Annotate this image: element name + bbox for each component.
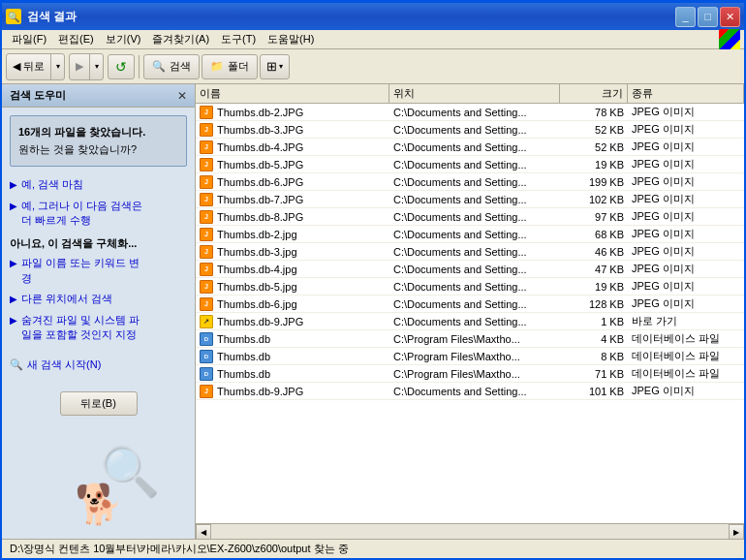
table-row[interactable]: J Thumbs.db-2.JPG C:\Documents and Setti… [196, 104, 744, 121]
table-row[interactable]: D Thumbs.db C:\Program Files\Maxtho... 7… [196, 365, 744, 383]
action-label-4: 숨겨진 파일 및 시스템 파일을 포함할 것인지 지정 [21, 313, 140, 343]
scroll-left-button[interactable]: ◀ [196, 524, 211, 539]
file-name: Thumbs.db-3.jpg [217, 246, 297, 258]
file-name: Thumbs.db-2.jpg [217, 229, 297, 240]
menu-view[interactable]: 보기(V) [100, 30, 147, 48]
action-link-3[interactable]: ▶ 다른 위치에서 검색 [10, 289, 187, 309]
jpg-icon: J [200, 297, 213, 311]
search-new-icon: 🔍 [10, 358, 23, 372]
action-link-2[interactable]: ▶ 파일 이름 또는 키워드 변경 [10, 253, 187, 289]
jpg-icon: J [200, 210, 213, 224]
menu-help[interactable]: 도움말(H) [262, 30, 320, 48]
menu-tools[interactable]: 도구(T) [215, 30, 262, 48]
view-button[interactable]: ⊞ ▾ [260, 54, 290, 79]
search-button[interactable]: 🔍 검색 [143, 54, 200, 79]
back-arrow-icon: ◀ [13, 60, 20, 73]
file-location-cell: C:\Documents and Setting... [389, 141, 560, 153]
file-name-cell: J Thumbs.db-2.JPG [196, 106, 389, 119]
file-name-cell: D Thumbs.db [196, 350, 389, 363]
col-header-size[interactable]: 크기 [560, 84, 628, 103]
table-row[interactable]: D Thumbs.db C:\Program Files\Maxtho... 8… [196, 348, 744, 365]
file-name-cell: J Thumbs.db-3.JPG [196, 123, 389, 137]
close-button[interactable]: ✕ [720, 7, 740, 27]
forward-dropdown[interactable]: ▾ [89, 54, 103, 79]
file-type-cell: JPEG 이미지 [628, 157, 744, 171]
table-row[interactable]: J Thumbs.db-3.JPG C:\Documents and Setti… [196, 121, 744, 139]
file-location-cell: C:\Documents and Setting... [389, 159, 560, 171]
horizontal-scrollbar[interactable]: ◀ ▶ [196, 523, 744, 539]
menu-bar: 파일(F) 편집(E) 보기(V) 즐겨찾기(A) 도구(T) 도움말(H) [2, 30, 744, 49]
file-list-header: 이름 위치 크기 종류 [196, 84, 744, 104]
file-size-cell: 128 KB [560, 298, 628, 310]
no-section-label: 아니요, 이 검색을 구체화... [10, 236, 187, 251]
action-label-2: 파일 이름 또는 키워드 변경 [21, 256, 140, 286]
folder-button[interactable]: 📁 폴더 [202, 54, 258, 79]
back-button-panel[interactable]: 뒤로(B) [60, 391, 138, 416]
file-name: Thumbs.db [217, 351, 270, 362]
table-row[interactable]: J Thumbs.db-8.JPG C:\Documents and Setti… [196, 208, 744, 226]
file-name: Thumbs.db-4.jpg [217, 264, 297, 275]
arrow-icon-3: ▶ [10, 293, 17, 306]
back-button[interactable]: ◀ 뒤로 [7, 54, 50, 79]
file-location-cell: C:\Program Files\Maxtho... [389, 368, 560, 380]
file-type-cell: JPEG 이미지 [628, 244, 744, 259]
menu-edit[interactable]: 편집(E) [52, 30, 100, 48]
file-name-cell: D Thumbs.db [196, 332, 389, 346]
table-row[interactable]: J Thumbs.db-3.jpg C:\Documents and Setti… [196, 243, 744, 261]
table-row[interactable]: J Thumbs.db-5.JPG C:\Documents and Setti… [196, 156, 744, 173]
new-search-link[interactable]: 🔍 새 검색 시작(N) [10, 355, 187, 375]
file-name-cell: J Thumbs.db-4.jpg [196, 263, 389, 276]
jpg-icon: J [200, 123, 213, 137]
table-row[interactable]: J Thumbs.db-5.jpg C:\Documents and Setti… [196, 278, 744, 296]
file-size-cell: 19 KB [560, 159, 628, 171]
arrow-icon-4: ▶ [10, 314, 17, 327]
file-type-cell: JPEG 이미지 [628, 192, 744, 206]
minimize-button[interactable]: _ [675, 7, 696, 27]
table-row[interactable]: J Thumbs.db-6.JPG C:\Documents and Setti… [196, 173, 744, 191]
col-header-location[interactable]: 위치 [389, 84, 560, 103]
forward-button[interactable]: ▶ [70, 54, 89, 79]
maximize-button[interactable]: □ [698, 7, 718, 27]
table-row[interactable]: J Thumbs.db-7.JPG C:\Documents and Setti… [196, 191, 744, 208]
file-name: Thumbs.db-3.JPG [217, 124, 303, 136]
scroll-right-button[interactable]: ▶ [729, 524, 744, 539]
search-panel-title: 검색 도우미 [10, 88, 66, 103]
file-name: Thumbs.db-4.JPG [217, 141, 303, 153]
jpg-icon: J [200, 228, 213, 241]
file-type-cell: 바로 가기 [628, 314, 744, 328]
action-link-1[interactable]: ▶ 예, 그러나 이 다음 검색은더 빠르게 수행 [10, 196, 187, 232]
arrow-icon-0: ▶ [10, 178, 17, 192]
menu-favorites[interactable]: 즐겨찾기(A) [146, 30, 215, 48]
file-type-cell: JPEG 이미지 [628, 384, 744, 398]
toolbar-separator-1 [139, 55, 140, 78]
jpg-icon: J [200, 175, 213, 189]
table-row[interactable]: J Thumbs.db-6.jpg C:\Documents and Setti… [196, 296, 744, 313]
file-list: J Thumbs.db-2.JPG C:\Documents and Setti… [196, 104, 744, 523]
refresh-button[interactable]: ↺ [108, 54, 135, 79]
table-row[interactable]: J Thumbs.db-4.JPG C:\Documents and Setti… [196, 139, 744, 156]
file-location-cell: C:\Documents and Setting... [389, 211, 560, 223]
col-header-name[interactable]: 이름 [196, 84, 389, 103]
table-row[interactable]: D Thumbs.db C:\Program Files\Maxtho... 4… [196, 330, 744, 348]
file-name-cell: J Thumbs.db-8.JPG [196, 210, 389, 224]
file-size-cell: 97 KB [560, 211, 628, 223]
table-row[interactable]: J Thumbs.db-2.jpg C:\Documents and Setti… [196, 226, 744, 243]
table-row[interactable]: ↗ Thumbs.db-9.JPG C:\Documents and Setti… [196, 313, 744, 330]
file-size-cell: 78 KB [560, 107, 628, 118]
table-row[interactable]: J Thumbs.db-4.jpg C:\Documents and Setti… [196, 261, 744, 278]
search-panel-close-button[interactable]: ✕ [177, 89, 187, 103]
back-dropdown[interactable]: ▾ [50, 54, 64, 79]
col-header-type[interactable]: 종류 [628, 84, 744, 103]
file-location-cell: C:\Documents and Setting... [389, 316, 560, 327]
view-dropdown-icon: ▾ [279, 62, 283, 71]
file-size-cell: 8 KB [560, 351, 628, 362]
file-location-cell: C:\Program Files\Maxtho... [389, 351, 560, 362]
file-size-cell: 46 KB [560, 246, 628, 258]
table-row[interactable]: J Thumbs.db-9.JPG C:\Documents and Setti… [196, 383, 744, 400]
action-link-0[interactable]: ▶ 예, 검색 마침 [10, 174, 187, 195]
file-type-cell: JPEG 이미지 [628, 227, 744, 241]
menu-file[interactable]: 파일(F) [6, 30, 52, 48]
folder-label: 폴더 [228, 59, 249, 74]
file-name-cell: J Thumbs.db-5.jpg [196, 280, 389, 294]
action-link-4[interactable]: ▶ 숨겨진 파일 및 시스템 파일을 포함할 것인지 지정 [10, 310, 187, 346]
